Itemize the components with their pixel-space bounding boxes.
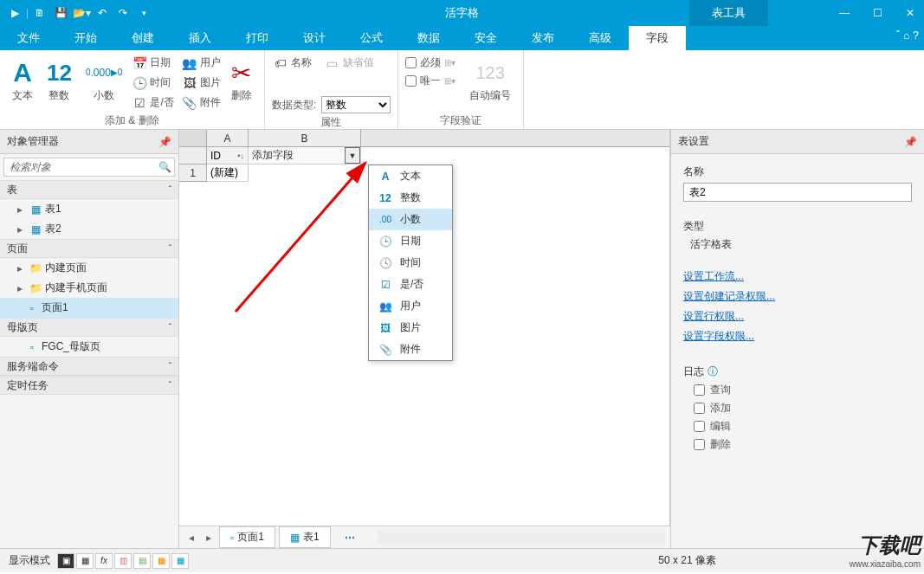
collapse-ribbon-icon[interactable]: ˆ xyxy=(896,29,900,42)
log-add-checkbox[interactable] xyxy=(694,403,705,414)
menu-create[interactable]: 创建 xyxy=(114,26,171,50)
field-type-time-button[interactable]: 🕒时间 xyxy=(131,74,175,92)
folder-builtin-pages[interactable]: ▸📁内建页面 xyxy=(0,258,178,278)
add-field-dropdown-button[interactable]: ▼ xyxy=(345,147,360,164)
dd-integer[interactable]: 12整数 xyxy=(369,187,452,209)
dd-image[interactable]: 🖼图片 xyxy=(369,317,452,339)
field-type-image-button[interactable]: 🖼图片 xyxy=(181,74,223,92)
mode-btn-4[interactable]: ▥ xyxy=(114,553,132,569)
dd-text[interactable]: A文本 xyxy=(369,165,452,187)
field-type-integer-button[interactable]: 12整数 xyxy=(42,54,77,106)
field-type-date-button[interactable]: 📅日期 xyxy=(131,54,175,72)
menu-data[interactable]: 数据 xyxy=(400,26,457,50)
menu-file[interactable]: 文件 xyxy=(0,26,57,50)
menu-field[interactable]: 字段 xyxy=(629,26,686,50)
menu-formula[interactable]: 公式 xyxy=(343,26,400,50)
page-item-page1[interactable]: ▫页面1 xyxy=(0,298,178,318)
section-master[interactable]: 母版页ˆ xyxy=(0,318,178,337)
mode-btn-2[interactable]: ▦ xyxy=(76,553,94,569)
dd-date[interactable]: 🕒日期 xyxy=(369,230,452,252)
field-type-text-button[interactable]: A文本 xyxy=(7,54,38,106)
section-pages[interactable]: 页面ˆ xyxy=(0,239,178,258)
menu-design[interactable]: 设计 xyxy=(286,26,343,50)
sheet-tab-page1[interactable]: ▫页面1 xyxy=(219,526,275,548)
run-button[interactable]: ▶ xyxy=(5,3,24,23)
required-checkbox[interactable] xyxy=(405,57,417,68)
mode-btn-1[interactable]: ▣ xyxy=(57,553,74,569)
log-delete-checkbox[interactable] xyxy=(694,439,705,450)
dd-user[interactable]: 👥用户 xyxy=(369,295,452,317)
link-row-permission[interactable]: 设置行权限... xyxy=(683,309,912,324)
menu-advanced[interactable]: 高级 xyxy=(572,26,629,50)
field-type-yesno-button[interactable]: ☑是/否 xyxy=(131,94,175,112)
auto-number-button[interactable]: 123自动编号 xyxy=(464,54,516,106)
sheet-tab-table1[interactable]: ▦表1 xyxy=(279,526,331,548)
log-query-checkbox[interactable] xyxy=(694,384,705,396)
table-item-2[interactable]: ▸▦表2 xyxy=(0,219,178,239)
dd-time[interactable]: 🕓时间 xyxy=(369,252,452,274)
field-row-header[interactable] xyxy=(179,147,207,164)
menu-publish[interactable]: 发布 xyxy=(514,26,572,50)
menu-insert[interactable]: 插入 xyxy=(171,26,229,50)
section-scheduled-tasks[interactable]: 定时任务ˆ xyxy=(0,376,178,395)
table-item-1[interactable]: ▸▦表1 xyxy=(0,199,178,219)
field-type-decimal-button[interactable]: 0.000▶0小数 xyxy=(81,54,127,106)
qat-more-button[interactable]: ▾ xyxy=(134,3,153,23)
cell-1-a[interactable]: (新建) xyxy=(207,164,249,182)
sheet-nav-first[interactable]: ◂ xyxy=(184,532,198,544)
menu-security[interactable]: 安全 xyxy=(457,26,514,50)
col-header-a[interactable]: A xyxy=(207,130,249,146)
close-button[interactable]: ✕ xyxy=(901,4,919,22)
link-create-permission[interactable]: 设置创建记录权限... xyxy=(683,289,912,304)
help-icon[interactable]: ? xyxy=(913,29,919,42)
pin-icon[interactable]: 📌 xyxy=(158,136,171,148)
col-header-b[interactable]: B xyxy=(249,130,361,146)
sheet-nav-prev[interactable]: ▸ xyxy=(202,532,216,544)
unique-checkbox[interactable] xyxy=(405,75,417,87)
mode-btn-6[interactable]: ▦ xyxy=(152,553,170,569)
menu-start[interactable]: 开始 xyxy=(57,26,114,50)
mode-btn-5[interactable]: ▤ xyxy=(133,553,151,569)
row-header-1[interactable]: 1 xyxy=(179,164,207,182)
menu-print[interactable]: 打印 xyxy=(229,26,286,50)
master-page-item[interactable]: ▫FGC_母版页 xyxy=(0,337,178,357)
delete-field-button[interactable]: ✂删除 xyxy=(226,54,257,106)
id-field-cell[interactable]: ID•↓ xyxy=(207,147,249,164)
home-icon[interactable]: ⌂ xyxy=(903,29,909,42)
table-name-input[interactable] xyxy=(683,183,912,202)
contextual-tab-table-tools[interactable]: 表工具 xyxy=(689,0,768,26)
maximize-button[interactable]: ☐ xyxy=(869,4,886,22)
mode-btn-7[interactable]: ▦ xyxy=(171,553,189,569)
field-name-button[interactable]: 🏷名称 xyxy=(272,54,313,72)
data-type-label: 数据类型: xyxy=(272,98,316,113)
section-tables[interactable]: 表ˆ xyxy=(0,180,178,199)
corner-cell[interactable] xyxy=(179,130,207,146)
save-button[interactable]: 💾 xyxy=(51,3,70,23)
info-icon[interactable]: ⓘ xyxy=(708,364,718,379)
section-server-commands[interactable]: 服务端命令ˆ xyxy=(0,357,178,376)
link-field-permission[interactable]: 设置字段权限... xyxy=(683,329,912,344)
search-input[interactable] xyxy=(4,161,155,173)
link-workflow[interactable]: 设置工作流... xyxy=(683,269,912,284)
folder-builtin-mobile-pages[interactable]: ▸📁内建手机页面 xyxy=(0,278,178,298)
redo-button[interactable]: ↷ xyxy=(113,3,132,23)
log-edit-checkbox[interactable] xyxy=(694,421,705,432)
default-value-button[interactable]: ▭缺省值 xyxy=(324,54,376,72)
pin-icon-right[interactable]: 📌 xyxy=(904,136,917,148)
sheet-tab-more[interactable]: ⋯ xyxy=(334,529,365,546)
undo-button[interactable]: ↶ xyxy=(93,3,112,23)
dd-decimal[interactable]: .00小数 xyxy=(369,209,452,230)
data-type-select[interactable]: 整数 xyxy=(321,96,391,113)
dd-attachment[interactable]: 📎附件 xyxy=(369,339,452,360)
field-type-attachment-button[interactable]: 📎附件 xyxy=(181,94,223,112)
horizontal-scrollbar[interactable] xyxy=(378,531,665,545)
add-field-cell[interactable]: 添加字段 ▼ xyxy=(249,147,361,164)
new-button[interactable]: 🗎 xyxy=(30,3,49,23)
field-type-user-button[interactable]: 👥用户 xyxy=(181,54,223,72)
search-icon[interactable]: 🔍 xyxy=(155,161,174,173)
open-button[interactable]: 📂▾ xyxy=(72,3,91,23)
mode-btn-fx[interactable]: fx xyxy=(95,553,113,569)
cell-1-b[interactable] xyxy=(249,164,361,182)
dd-yesno[interactable]: ☑是/否 xyxy=(369,274,452,295)
minimize-button[interactable]: — xyxy=(836,4,853,22)
